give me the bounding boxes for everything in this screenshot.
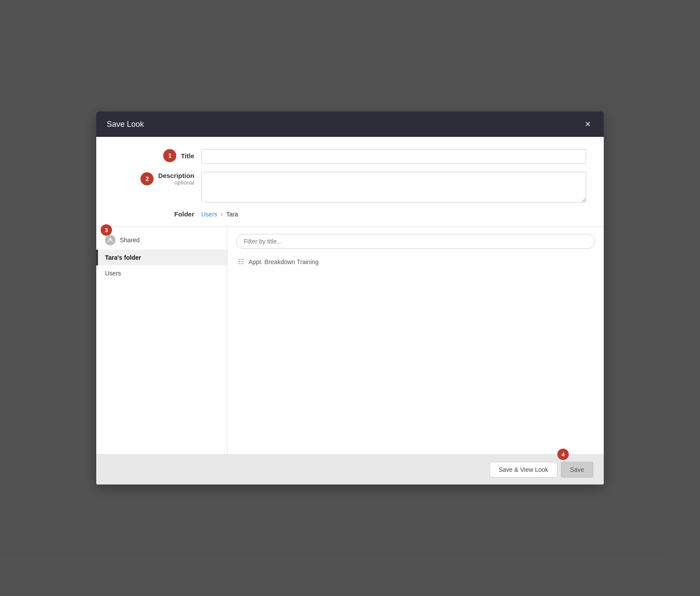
description-label-wrap: Description optional	[158, 172, 194, 186]
sidebar-taras-folder-label: Tara's folder	[105, 254, 141, 261]
description-input[interactable]	[201, 172, 586, 202]
sidebar-item-taras-folder[interactable]: Tara's folder	[96, 250, 227, 265]
sidebar-shared-label: Shared	[120, 237, 140, 244]
sidebar-item-users[interactable]: Users	[96, 265, 227, 281]
step-badge-1: 1	[163, 149, 176, 162]
shared-icon	[105, 235, 116, 245]
step-badge-4: 4	[557, 449, 569, 460]
folder-current: Tara	[226, 211, 238, 218]
folder-label: Folder	[174, 210, 194, 218]
save-button[interactable]: Save	[561, 462, 593, 477]
save-view-look-button[interactable]: Save & View Look	[490, 462, 557, 477]
title-row: 1 Title	[114, 149, 586, 164]
sidebar-users-label: Users	[105, 270, 121, 277]
description-row: 2 Description optional	[114, 172, 586, 202]
sidebar-item-shared[interactable]: Shared	[96, 230, 227, 250]
modal-form: 1 Title 2 Description optional	[96, 137, 604, 227]
file-name: Appt. Breakdown Training	[248, 258, 318, 265]
folder-row: Folder Users › Tara	[114, 210, 586, 218]
modal-overlay: Save Look × 1 Title 2 Description option	[0, 0, 700, 596]
folder-label-group: Folder	[114, 210, 201, 218]
modal-body: 3 Shared Tara's folder	[96, 227, 604, 454]
sidebar: 3 Shared Tara's folder	[96, 227, 228, 454]
filter-input[interactable]	[236, 234, 595, 249]
title-label: Title	[181, 152, 194, 160]
step-badge-3: 3	[101, 224, 112, 236]
modal-header: Save Look ×	[96, 112, 604, 137]
save-look-modal: Save Look × 1 Title 2 Description option	[96, 112, 604, 484]
modal-footer: 4 Save & View Look Save	[96, 454, 604, 484]
description-label: Description	[158, 172, 194, 179]
modal-title: Save Look	[107, 120, 144, 129]
description-optional: optional	[174, 179, 194, 186]
description-label-group: 2 Description optional	[114, 172, 201, 186]
content-area: ☷ Appt. Breakdown Training	[228, 227, 604, 454]
step-badge-2: 2	[140, 172, 154, 185]
folder-chevron-icon: ›	[221, 211, 223, 217]
file-list: ☷ Appt. Breakdown Training	[236, 254, 595, 447]
file-icon: ☷	[238, 258, 244, 266]
close-button[interactable]: ×	[582, 119, 593, 130]
folder-path: Users › Tara	[201, 211, 238, 218]
list-item[interactable]: ☷ Appt. Breakdown Training	[236, 254, 595, 269]
title-input[interactable]	[201, 149, 586, 164]
folder-users-link[interactable]: Users	[201, 211, 217, 218]
title-label-group: 1 Title	[114, 149, 201, 162]
